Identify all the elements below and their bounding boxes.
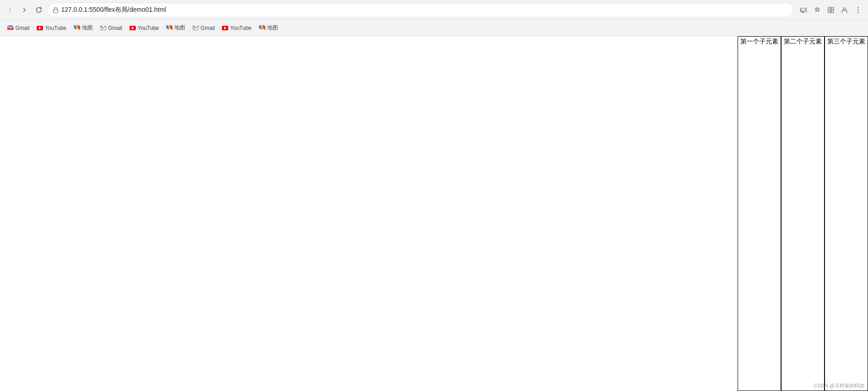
flex-child-2-label: 第二个子元素 xyxy=(784,38,822,46)
refresh-button[interactable] xyxy=(33,4,45,16)
flex-container: 第一个子元素 第二个子元素 第三个子元素 xyxy=(0,36,868,391)
cast-button[interactable] xyxy=(797,4,810,16)
forward-button[interactable] xyxy=(18,4,31,16)
address-text: 127.0.0.1:5500/flex布局/demo01.html xyxy=(61,6,788,14)
extension-button[interactable] xyxy=(825,4,837,16)
svg-marker-13 xyxy=(74,25,76,29)
svg-marker-19 xyxy=(170,25,173,30)
svg-marker-18 xyxy=(166,25,168,29)
maps-icon-1 xyxy=(74,25,80,31)
nav-actions xyxy=(797,4,864,16)
flex-child-1: 第一个子元素 xyxy=(738,36,781,391)
flex-child-2: 第二个子元素 xyxy=(781,36,825,391)
bookmarks-bar: Gmail YouTube 地图 xyxy=(0,20,868,36)
svg-marker-17 xyxy=(168,25,170,29)
gmail-2-label: Gmail xyxy=(108,25,122,31)
maps-2-label: 地图 xyxy=(174,24,185,32)
back-button[interactable] xyxy=(4,4,16,16)
svg-marker-24 xyxy=(263,25,265,30)
bookmark-maps-3[interactable]: 地图 xyxy=(255,22,282,34)
bookmark-gmail-2[interactable]: Gmail xyxy=(96,23,126,33)
gmail-icon-2 xyxy=(100,25,106,31)
maps-icon-2 xyxy=(166,25,173,31)
flex-child-1-label: 第一个子元素 xyxy=(740,38,778,46)
svg-marker-23 xyxy=(259,25,261,29)
youtube-icon-1 xyxy=(37,25,43,31)
gmail-3-label: Gmail xyxy=(201,25,215,31)
menu-button[interactable] xyxy=(852,4,864,16)
svg-rect-3 xyxy=(831,7,834,10)
svg-point-8 xyxy=(858,9,858,10)
bookmark-maps-2[interactable]: 地图 xyxy=(163,22,189,34)
flex-child-3-label: 第三个子元素 xyxy=(827,38,865,46)
svg-marker-12 xyxy=(76,25,78,29)
flex-child-3: 第三个子元素 xyxy=(825,36,868,391)
youtube-3-label: YouTube xyxy=(230,25,251,31)
lock-icon xyxy=(53,7,58,13)
youtube-icon-2 xyxy=(129,25,136,31)
address-bar[interactable]: 127.0.0.1:5500/flex布局/demo01.html xyxy=(47,3,794,17)
bookmark-gmail-3[interactable]: Gmail xyxy=(189,23,218,33)
youtube-icon-3 xyxy=(222,25,228,31)
browser-window: 127.0.0.1:5500/flex布局/demo01.html xyxy=(0,0,868,391)
maps-icon-3 xyxy=(259,25,265,31)
page-footer: CSDN @天秤座的码农 xyxy=(814,382,864,389)
page-content: 第一个子元素 第二个子元素 第三个子元素 CSDN @天秤座的码农 xyxy=(0,36,868,391)
bookmark-maps-1[interactable]: 地图 xyxy=(70,22,96,34)
svg-marker-14 xyxy=(78,25,80,30)
profile-button[interactable] xyxy=(838,4,851,16)
gmail-1-label: Gmail xyxy=(15,25,29,31)
bookmark-youtube-2[interactable]: YouTube xyxy=(126,23,163,33)
bookmark-youtube-1[interactable]: YouTube xyxy=(33,23,70,33)
svg-point-9 xyxy=(858,11,858,12)
gmail-icon-3 xyxy=(192,25,199,31)
watermark-text: CSDN @天秤座的码农 xyxy=(814,383,864,388)
bookmark-star-button[interactable] xyxy=(811,4,824,16)
youtube-2-label: YouTube xyxy=(138,25,159,31)
bookmark-gmail-1[interactable]: Gmail xyxy=(4,23,33,33)
maps-1-label: 地图 xyxy=(82,24,93,32)
svg-rect-2 xyxy=(828,7,830,10)
svg-point-7 xyxy=(858,7,858,8)
svg-rect-5 xyxy=(831,10,834,13)
bookmark-youtube-3[interactable]: YouTube xyxy=(218,23,255,33)
svg-rect-0 xyxy=(53,10,58,13)
svg-rect-4 xyxy=(828,10,830,13)
youtube-1-label: YouTube xyxy=(45,25,66,31)
maps-3-label: 地图 xyxy=(267,24,278,32)
navigation-bar: 127.0.0.1:5500/flex布局/demo01.html xyxy=(0,0,868,20)
gmail-icon-1 xyxy=(7,25,14,31)
svg-marker-22 xyxy=(261,25,263,29)
